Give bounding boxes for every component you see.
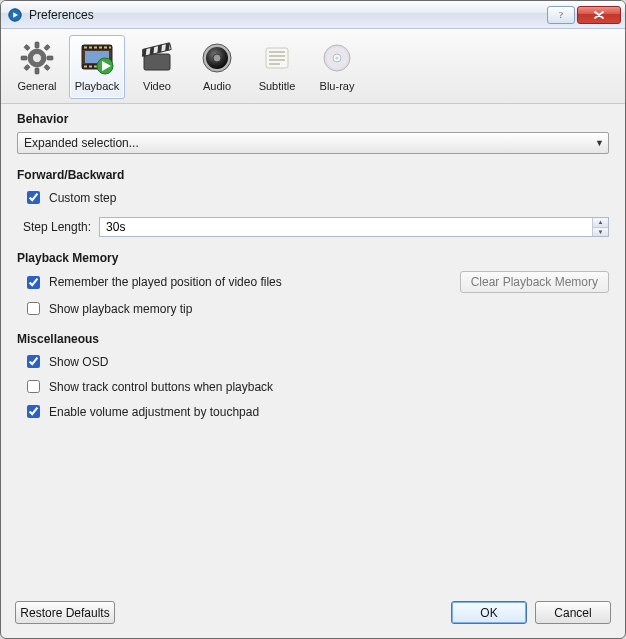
remember-position-checkbox[interactable] bbox=[27, 276, 40, 289]
svg-rect-6 bbox=[21, 56, 27, 60]
svg-rect-21 bbox=[109, 47, 111, 49]
track-buttons-label: Show track control buttons when playback bbox=[49, 380, 273, 394]
svg-text:?: ? bbox=[559, 10, 563, 20]
track-buttons-checkbox[interactable] bbox=[27, 380, 40, 393]
svg-point-47 bbox=[335, 56, 338, 59]
tab-label: Subtitle bbox=[259, 80, 296, 92]
gear-icon bbox=[19, 40, 55, 76]
step-length-label: Step Length: bbox=[23, 220, 91, 234]
tab-bluray[interactable]: Blu-ray bbox=[309, 35, 365, 99]
clapperboard-icon bbox=[139, 40, 175, 76]
help-button[interactable]: ? bbox=[547, 6, 575, 24]
svg-rect-5 bbox=[35, 68, 39, 74]
restore-defaults-button[interactable]: Restore Defaults bbox=[15, 601, 115, 624]
disc-icon bbox=[319, 40, 355, 76]
svg-rect-16 bbox=[84, 47, 87, 49]
spinner-down[interactable]: ▼ bbox=[593, 227, 608, 237]
svg-rect-20 bbox=[104, 47, 107, 49]
svg-rect-40 bbox=[266, 48, 288, 68]
titlebar: Preferences ? bbox=[1, 1, 625, 29]
behavior-select[interactable]: Expanded selection... ▼ bbox=[17, 132, 609, 154]
window-controls: ? bbox=[547, 6, 621, 24]
chevron-down-icon: ▼ bbox=[595, 138, 604, 148]
step-length-value: 30s bbox=[106, 220, 125, 234]
spinner-buttons: ▲ ▼ bbox=[592, 218, 608, 236]
forward-backward-title: Forward/Backward bbox=[17, 168, 609, 182]
svg-rect-10 bbox=[44, 44, 50, 50]
show-osd-checkbox[interactable] bbox=[27, 355, 40, 368]
svg-rect-18 bbox=[94, 47, 97, 49]
step-length-input[interactable]: 30s ▲ ▼ bbox=[99, 217, 609, 237]
tab-playback[interactable]: Playback bbox=[69, 35, 125, 99]
clear-playback-memory-label: Clear Playback Memory bbox=[471, 275, 598, 289]
tab-label: Blu-ray bbox=[320, 80, 355, 92]
app-icon bbox=[7, 7, 23, 23]
svg-rect-9 bbox=[44, 64, 50, 70]
svg-rect-31 bbox=[144, 54, 170, 70]
svg-rect-19 bbox=[99, 47, 102, 49]
cancel-label: Cancel bbox=[554, 606, 591, 620]
preferences-window: Preferences ? bbox=[0, 0, 626, 639]
tab-audio[interactable]: Audio bbox=[189, 35, 245, 99]
footer: Restore Defaults OK Cancel bbox=[1, 591, 625, 638]
ok-label: OK bbox=[480, 606, 497, 620]
tab-label: Audio bbox=[203, 80, 231, 92]
show-osd-label: Show OSD bbox=[49, 355, 108, 369]
playback-memory-title: Playback Memory bbox=[17, 251, 609, 265]
svg-rect-4 bbox=[35, 42, 39, 48]
tab-label: Playback bbox=[75, 80, 120, 92]
touchpad-volume-label: Enable volume adjustment by touchpad bbox=[49, 405, 259, 419]
tab-general[interactable]: General bbox=[9, 35, 65, 99]
filmstrip-play-icon bbox=[79, 40, 115, 76]
miscellaneous-title: Miscellaneous bbox=[17, 332, 609, 346]
forward-backward-section: Forward/Backward Custom step Step Length… bbox=[17, 168, 609, 237]
memory-tip-checkbox[interactable] bbox=[27, 302, 40, 315]
ok-button[interactable]: OK bbox=[451, 601, 527, 624]
custom-step-label: Custom step bbox=[49, 191, 116, 205]
svg-point-39 bbox=[213, 54, 221, 62]
behavior-select-value: Expanded selection... bbox=[24, 136, 139, 150]
category-toolbar: General Playback bbox=[1, 29, 625, 104]
content-area: Behavior Expanded selection... ▼ Forward… bbox=[1, 104, 625, 591]
remember-position-label: Remember the played position of video fi… bbox=[49, 275, 282, 289]
close-button[interactable] bbox=[577, 6, 621, 24]
tab-video[interactable]: Video bbox=[129, 35, 185, 99]
spinner-up[interactable]: ▲ bbox=[593, 218, 608, 227]
tab-label: General bbox=[17, 80, 56, 92]
miscellaneous-section: Miscellaneous Show OSD Show track contro… bbox=[17, 332, 609, 421]
clear-playback-memory-button[interactable]: Clear Playback Memory bbox=[460, 271, 609, 293]
behavior-title: Behavior bbox=[17, 112, 609, 126]
svg-rect-8 bbox=[24, 44, 30, 50]
window-title: Preferences bbox=[29, 8, 547, 22]
svg-rect-17 bbox=[89, 47, 92, 49]
svg-rect-23 bbox=[89, 66, 92, 68]
behavior-section: Behavior Expanded selection... ▼ bbox=[17, 112, 609, 154]
tab-label: Video bbox=[143, 80, 171, 92]
speaker-icon bbox=[199, 40, 235, 76]
custom-step-checkbox[interactable] bbox=[27, 191, 40, 204]
svg-rect-11 bbox=[24, 64, 30, 70]
subtitle-icon bbox=[259, 40, 295, 76]
tab-subtitle[interactable]: Subtitle bbox=[249, 35, 305, 99]
svg-rect-22 bbox=[84, 66, 87, 68]
svg-point-12 bbox=[33, 54, 42, 63]
restore-defaults-label: Restore Defaults bbox=[20, 606, 109, 620]
memory-tip-label: Show playback memory tip bbox=[49, 302, 192, 316]
touchpad-volume-checkbox[interactable] bbox=[27, 405, 40, 418]
cancel-button[interactable]: Cancel bbox=[535, 601, 611, 624]
svg-rect-7 bbox=[47, 56, 53, 60]
playback-memory-section: Playback Memory Remember the played posi… bbox=[17, 251, 609, 318]
